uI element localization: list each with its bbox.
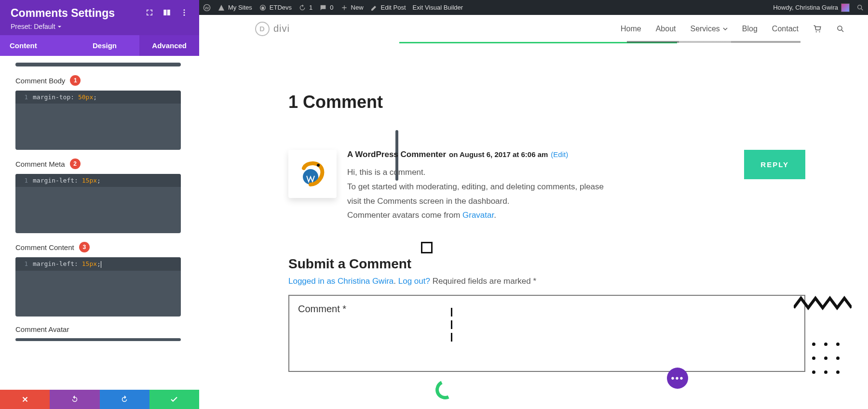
preset-label: Preset: Default bbox=[11, 23, 55, 30]
svg-point-3 bbox=[203, 4, 210, 11]
page-preview: My Sites ETDevs 1 0 New Edit Post Exit V… bbox=[199, 0, 868, 409]
svg-point-6 bbox=[816, 31, 817, 32]
comment-text: Hi, this is a comment. To get started wi… bbox=[347, 165, 608, 223]
logo-mark-icon: D bbox=[255, 22, 270, 36]
my-sites[interactable]: My Sites bbox=[217, 4, 252, 12]
expand-icon[interactable] bbox=[145, 8, 154, 19]
deco-zigzag-icon bbox=[794, 293, 852, 313]
preset-dropdown[interactable]: Preset: Default bbox=[11, 23, 189, 30]
tab-content[interactable]: Content bbox=[0, 35, 70, 56]
section-comment-meta-label: Comment Meta 2 bbox=[15, 158, 190, 169]
css-editor-body[interactable]: 1 margin-top: 50px; bbox=[15, 91, 181, 150]
save-button[interactable] bbox=[149, 390, 199, 409]
svg-point-8 bbox=[838, 26, 842, 30]
css-editor-avatar[interactable] bbox=[15, 338, 181, 341]
sidebar-header: Comments Settings Preset: Default bbox=[0, 0, 199, 35]
comment-author[interactable]: A WordPress Commenter bbox=[347, 150, 446, 159]
deco-arc-icon bbox=[433, 377, 457, 402]
tab-advanced[interactable]: Advanced bbox=[139, 35, 199, 56]
admin-search-icon[interactable] bbox=[856, 4, 864, 12]
prev-section-sliver bbox=[15, 63, 181, 66]
badge-1: 1 bbox=[70, 75, 81, 86]
section-comment-body-label: Comment Body 1 bbox=[15, 75, 190, 86]
nav-services[interactable]: Services bbox=[690, 25, 727, 33]
cart-icon[interactable] bbox=[813, 25, 822, 33]
deco-dots-icon bbox=[808, 338, 844, 380]
deco-square-icon bbox=[421, 242, 433, 253]
comment-date: on August 6, 2017 at 6:06 am bbox=[449, 150, 548, 158]
settings-sidebar: Comments Settings Preset: Default Conten… bbox=[0, 0, 199, 409]
user-avatar-icon bbox=[841, 3, 850, 12]
caret-down-icon bbox=[57, 25, 62, 29]
wapuu-icon bbox=[297, 158, 328, 189]
comments-count[interactable]: 0 bbox=[319, 4, 333, 12]
badge-2: 2 bbox=[70, 158, 81, 169]
settings-tabs: Content Design Advanced bbox=[0, 35, 199, 56]
svg-point-0 bbox=[184, 9, 185, 11]
wp-logo-icon[interactable] bbox=[203, 4, 211, 12]
new-content[interactable]: New bbox=[340, 4, 364, 12]
comment-avatar bbox=[288, 150, 337, 198]
nav-home[interactable]: Home bbox=[621, 25, 641, 33]
comments-heading: 1 Comment bbox=[288, 92, 805, 112]
svg-point-5 bbox=[858, 5, 862, 9]
comment-textarea[interactable]: Comment * bbox=[288, 295, 805, 372]
reply-button[interactable]: REPLY bbox=[744, 150, 805, 179]
columns-icon[interactable] bbox=[163, 8, 171, 19]
sidebar-actions bbox=[0, 390, 199, 409]
edit-post[interactable]: Edit Post bbox=[370, 4, 406, 12]
undo-button[interactable] bbox=[50, 390, 99, 409]
wp-admin-bar: My Sites ETDevs 1 0 New Edit Post Exit V… bbox=[199, 0, 868, 15]
svg-point-1 bbox=[184, 12, 185, 13]
settings-body: Comment Body 1 1 margin-top: 50px; Comme… bbox=[0, 56, 199, 390]
svg-point-10 bbox=[317, 164, 320, 167]
badge-3: 3 bbox=[79, 242, 90, 252]
cancel-button[interactable] bbox=[0, 390, 50, 409]
comment-meta: A WordPress Commenter on August 6, 2017 … bbox=[347, 150, 805, 159]
nav-contact[interactable]: Contact bbox=[772, 25, 799, 33]
site-logo[interactable]: D divi bbox=[255, 22, 290, 36]
site-navbar: D divi Home About Services Blog Contact bbox=[199, 15, 868, 42]
submit-subtext: Logged in as Christina Gwira. Log out? R… bbox=[288, 277, 805, 286]
comment-edit-link[interactable]: (Edit) bbox=[551, 150, 568, 158]
nav-about[interactable]: About bbox=[656, 25, 676, 33]
css-editor-content[interactable]: 1 margin-left: 15px; bbox=[15, 257, 181, 317]
comment-item: A WordPress Commenter on August 6, 2017 … bbox=[288, 150, 805, 223]
submit-heading: Submit a Comment bbox=[288, 256, 805, 272]
builder-fab[interactable]: ••• bbox=[667, 368, 688, 389]
nav-blog[interactable]: Blog bbox=[742, 25, 758, 33]
updates[interactable]: 1 bbox=[298, 4, 312, 12]
redo-button[interactable] bbox=[100, 390, 149, 409]
section-comment-content-label: Comment Content 3 bbox=[15, 242, 190, 252]
gravatar-link[interactable]: Gravatar bbox=[462, 211, 494, 220]
logout-link[interactable]: Log out? bbox=[398, 277, 430, 286]
search-icon[interactable] bbox=[836, 25, 845, 33]
exit-builder[interactable]: Exit Visual Builder bbox=[413, 4, 463, 11]
css-editor-meta[interactable]: 1 margin-left: 15px; bbox=[15, 174, 181, 233]
section-comment-avatar-label: Comment Avatar bbox=[15, 325, 190, 333]
hero-thumbnail-strip bbox=[627, 41, 800, 43]
svg-point-7 bbox=[819, 31, 820, 32]
deco-stripes-icon bbox=[451, 308, 452, 342]
chevron-down-icon bbox=[723, 26, 728, 31]
kebab-icon[interactable] bbox=[180, 8, 189, 19]
svg-point-2 bbox=[184, 14, 185, 15]
tab-design[interactable]: Design bbox=[70, 35, 140, 56]
site-name[interactable]: ETDevs bbox=[259, 4, 292, 12]
settings-title: Comments Settings bbox=[11, 7, 115, 20]
howdy-user[interactable]: Howdy, Christina Gwira bbox=[773, 3, 850, 12]
logged-in-link[interactable]: Logged in as Christina Gwira bbox=[288, 277, 393, 286]
logo-text: divi bbox=[273, 23, 290, 34]
text-cursor bbox=[101, 261, 101, 268]
